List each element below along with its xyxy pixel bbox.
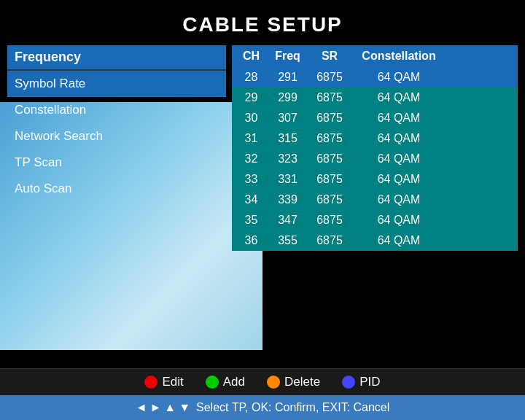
- control-label-2: Delete: [284, 375, 320, 389]
- cell-freq: 331: [268, 173, 308, 186]
- red-dot-icon: [144, 376, 158, 389]
- cell-freq: 291: [268, 71, 308, 84]
- menu-header: Frequency: [7, 45, 226, 71]
- cell-sr: 6875: [308, 234, 351, 247]
- cell-sr: 6875: [308, 173, 351, 186]
- control-orange[interactable]: Delete: [267, 375, 320, 389]
- control-label-1: Add: [223, 375, 245, 389]
- menu-item-1[interactable]: Constellation: [7, 97, 226, 123]
- cell-sr: 6875: [308, 152, 351, 166]
- cell-freq: 347: [268, 214, 308, 227]
- arrow-down: ▼: [179, 401, 190, 414]
- control-label-0: Edit: [162, 375, 183, 389]
- bottom-controls: EditAddDeletePID: [0, 368, 525, 395]
- cell-ch: 36: [235, 234, 268, 247]
- cell-sr: 6875: [308, 91, 351, 104]
- arrow-up: ▲: [164, 401, 176, 414]
- cell-sr: 6875: [308, 71, 351, 84]
- nav-bar: ◄ ► ▲ ▼ Select TP, OK: Confirm, EXIT: Ca…: [0, 395, 525, 420]
- table-row[interactable]: 32323687564 QAM: [232, 149, 518, 169]
- cell-ch: 32: [235, 152, 268, 166]
- cell-const: 64 QAM: [351, 214, 446, 227]
- cell-freq: 323: [268, 152, 308, 166]
- content-area: Frequency Symbol RateConstellationNetwor…: [0, 45, 525, 368]
- cell-ch: 31: [235, 132, 268, 145]
- control-label-3: PID: [359, 375, 380, 389]
- table-row[interactable]: 34339687564 QAM: [232, 190, 518, 210]
- table-row[interactable]: 33331687564 QAM: [232, 169, 518, 190]
- cell-freq: 315: [268, 132, 308, 145]
- cell-sr: 6875: [308, 214, 351, 227]
- cell-sr: 6875: [308, 112, 351, 125]
- cell-sr: 6875: [308, 132, 351, 145]
- cell-freq: 339: [268, 193, 308, 206]
- col-constellation: Constellation: [351, 50, 446, 63]
- table-row[interactable]: 28291687564 QAM: [232, 67, 518, 88]
- main-container: CABLE SETUP Frequency Symbol RateConstel…: [0, 0, 525, 420]
- cell-freq: 299: [268, 91, 308, 104]
- menu-item-2[interactable]: Network Search: [7, 123, 226, 149]
- cell-const: 64 QAM: [351, 234, 446, 247]
- col-sr: SR: [308, 50, 351, 63]
- cell-ch: 30: [235, 112, 268, 125]
- cell-const: 64 QAM: [351, 193, 446, 206]
- menu-item-3[interactable]: TP Scan: [7, 149, 226, 176]
- cell-const: 64 QAM: [351, 71, 446, 84]
- table-row[interactable]: 35347687564 QAM: [232, 210, 518, 230]
- control-blue[interactable]: PID: [342, 375, 380, 389]
- left-menu: Frequency Symbol RateConstellationNetwor…: [7, 45, 226, 368]
- table-row[interactable]: 31315687564 QAM: [232, 128, 518, 149]
- cell-ch: 28: [235, 71, 268, 84]
- cell-const: 64 QAM: [351, 132, 446, 145]
- cell-freq: 355: [268, 234, 308, 247]
- orange-dot-icon: [267, 376, 280, 389]
- menu-item-4[interactable]: Auto Scan: [7, 176, 226, 202]
- cell-ch: 35: [235, 214, 268, 227]
- col-freq: Freq: [268, 50, 308, 63]
- table-row[interactable]: 29299687564 QAM: [232, 88, 518, 108]
- blue-dot-icon: [342, 376, 355, 389]
- cell-const: 64 QAM: [351, 91, 446, 104]
- cell-freq: 307: [268, 112, 308, 125]
- cell-const: 64 QAM: [351, 173, 446, 186]
- arrow-left: ◄: [136, 401, 147, 414]
- table-row[interactable]: 30307687564 QAM: [232, 108, 518, 128]
- table-header: CH Freq SR Constellation: [232, 45, 518, 67]
- page-title: CABLE SETUP: [0, 0, 525, 45]
- control-green[interactable]: Add: [206, 375, 245, 389]
- cell-ch: 34: [235, 193, 268, 206]
- col-ch: CH: [235, 50, 268, 63]
- menu-item-0[interactable]: Symbol Rate: [7, 71, 226, 97]
- table-row[interactable]: 36355687564 QAM: [232, 230, 518, 251]
- cell-ch: 33: [235, 173, 268, 186]
- arrow-right: ►: [150, 401, 162, 414]
- nav-text: Select TP, OK: Confirm, EXIT: Cancel: [196, 401, 389, 414]
- cell-sr: 6875: [308, 193, 351, 206]
- cell-const: 64 QAM: [351, 152, 446, 166]
- cell-ch: 29: [235, 91, 268, 104]
- green-dot-icon: [206, 376, 219, 389]
- control-red[interactable]: Edit: [144, 375, 183, 389]
- cell-const: 64 QAM: [351, 112, 446, 125]
- right-table: CH Freq SR Constellation 28291687564 QAM…: [232, 45, 518, 368]
